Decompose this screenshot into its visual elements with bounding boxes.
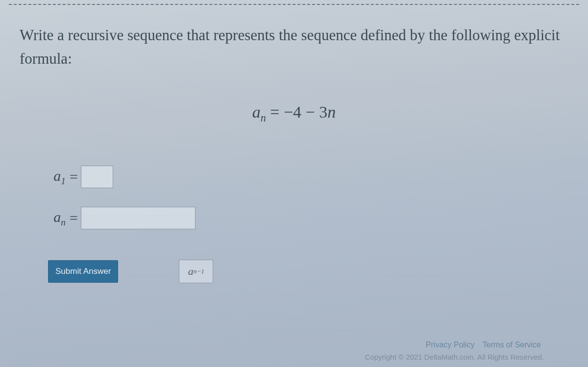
formula-lhs-sub: n: [261, 112, 266, 124]
divider-dashed: [9, 4, 579, 5]
submit-button[interactable]: Submit Answer: [48, 260, 118, 283]
an-row: an =: [35, 207, 196, 229]
helper-sub: n−1: [194, 268, 204, 275]
copyright-text: Copyright © 2021 DeltaMath.com. All Righ…: [365, 351, 544, 363]
a1-label: a1: [35, 168, 70, 187]
a1-row: a1 =: [35, 166, 196, 188]
explicit-formula: an = −4 − 3n: [0, 103, 588, 124]
terms-link[interactable]: Terms of Service: [483, 341, 541, 349]
answer-area: a1 = an =: [35, 166, 196, 248]
footer: Privacy Policy Terms of Service Copyrigh…: [365, 339, 544, 363]
formula-lhs-var: a: [252, 103, 261, 121]
an-equals: =: [70, 210, 81, 226]
privacy-link[interactable]: Privacy Policy: [426, 341, 475, 349]
a1-input[interactable]: [81, 166, 113, 188]
question-prompt: Write a recursive sequence that represen…: [20, 24, 573, 71]
formula-rhs-var: n: [327, 103, 336, 121]
an-input[interactable]: [81, 207, 196, 229]
a1-equals: =: [70, 169, 81, 185]
helper-var: a: [188, 265, 194, 278]
action-row: Submit Answer an−1: [48, 260, 213, 283]
insert-a-n-minus-1-button[interactable]: an−1: [179, 260, 213, 283]
an-label: an: [35, 209, 70, 228]
